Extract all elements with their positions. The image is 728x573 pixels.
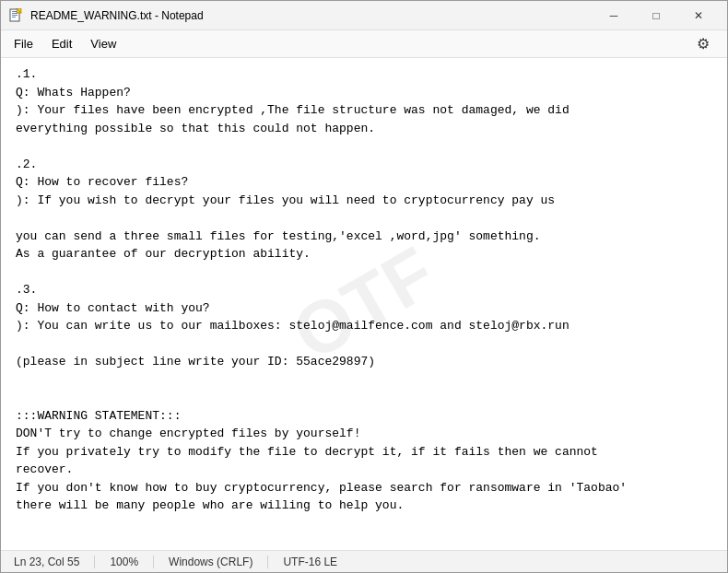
window-controls: ─ □ ✕	[593, 1, 720, 30]
notepad-icon	[8, 8, 23, 23]
status-bar: Ln 23, Col 55 100% Windows (CRLF) UTF-16…	[1, 550, 727, 572]
maximize-button[interactable]: □	[635, 1, 677, 30]
status-encoding: UTF-16 LE	[268, 555, 352, 568]
settings-button[interactable]: ⚙	[690, 31, 716, 57]
notepad-window: README_WARNING.txt - Notepad ─ □ ✕ File …	[0, 0, 728, 573]
window-title: README_WARNING.txt - Notepad	[30, 9, 593, 22]
menu-bar: File Edit View ⚙	[1, 30, 727, 58]
minimize-button[interactable]: ─	[593, 1, 635, 30]
menu-file[interactable]: File	[5, 33, 42, 54]
status-zoom: 100%	[95, 555, 154, 568]
menu-view[interactable]: View	[81, 33, 125, 54]
status-line-col: Ln 23, Col 55	[10, 555, 95, 568]
menu-edit[interactable]: Edit	[42, 33, 81, 54]
svg-rect-4	[12, 17, 16, 18]
menu-bar-right: ⚙	[690, 31, 723, 57]
close-button[interactable]: ✕	[677, 1, 720, 30]
status-line-ending: Windows (CRLF)	[154, 555, 268, 568]
svg-rect-3	[12, 15, 18, 16]
title-bar: README_WARNING.txt - Notepad ─ □ ✕	[1, 1, 727, 30]
editor-area[interactable]: OTF .1. Q: Whats Happen? ): Your files h…	[1, 58, 727, 550]
editor-content[interactable]: .1. Q: Whats Happen? ): Your files have …	[16, 65, 712, 515]
